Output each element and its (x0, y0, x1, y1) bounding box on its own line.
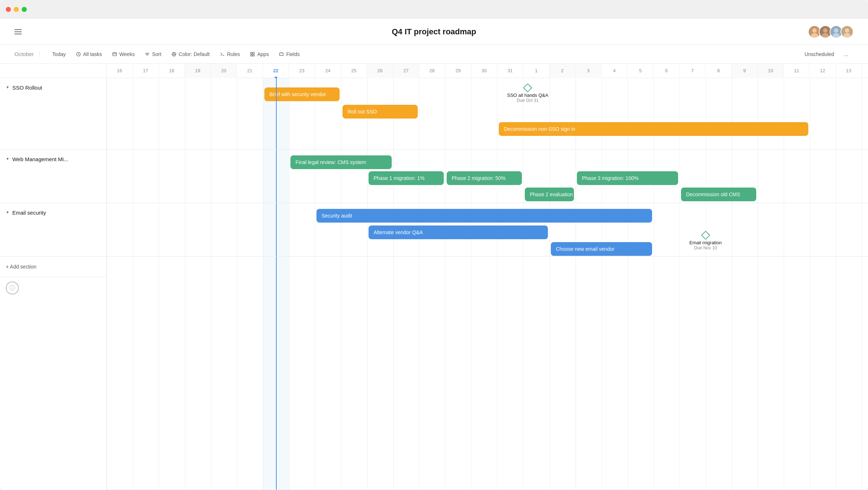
grid-line (133, 78, 133, 149)
menu-button[interactable] (14, 29, 22, 34)
apps-button[interactable]: Apps (245, 49, 274, 59)
grid-line (706, 78, 706, 149)
today-line (276, 257, 277, 490)
milestone-sso-allhands[interactable]: SSO all hands Q&A Due Oct 31 (507, 85, 548, 103)
grid-line (315, 203, 315, 256)
grid-line (758, 203, 758, 256)
task-bar[interactable]: Choose new email vendor (551, 242, 652, 256)
page-title: Q4 IT project roadmap (392, 27, 476, 36)
sort-button[interactable]: Sort (140, 49, 166, 59)
more-button[interactable]: ... (839, 49, 854, 59)
grid-line (549, 78, 550, 149)
all-tasks-button[interactable]: All tasks (71, 49, 107, 59)
task-bar[interactable]: Decommission non-SSO sign in (499, 122, 808, 136)
grid-line (445, 78, 446, 149)
grid-line (315, 257, 315, 490)
grid-line (107, 78, 107, 149)
maximize-button[interactable] (22, 7, 27, 12)
task-bar[interactable]: Phase 1 migration: 1% (369, 171, 444, 185)
grid-line (601, 78, 602, 149)
grid-line (862, 203, 862, 256)
grid-line (445, 150, 446, 203)
grid-line (237, 257, 237, 490)
gantt-section-emailsec: Security auditAlternate vendor Q&AChoose… (107, 203, 868, 257)
sidebar-item-emailsec[interactable]: ▼ Email security (0, 203, 106, 257)
today-button[interactable]: Today (47, 49, 71, 59)
grid-line (237, 203, 237, 256)
svg-rect-16 (251, 54, 252, 56)
grid-line (810, 150, 810, 203)
grid-line (810, 203, 810, 256)
grid-line (185, 78, 186, 149)
unscheduled-button[interactable]: Unscheduled (800, 49, 839, 59)
collapse-icon[interactable]: ▼ (6, 157, 9, 161)
svg-rect-18 (280, 53, 284, 55)
minimize-button[interactable] (14, 7, 19, 12)
task-bar[interactable]: Roll out SSO (342, 105, 418, 119)
milestone-email-migration[interactable]: Email migration Due Nov 10 (689, 232, 722, 250)
add-section-area: + Add section (0, 257, 106, 277)
grid-line (784, 257, 784, 490)
date-cell: 3 (575, 64, 601, 78)
task-bar[interactable]: Phase 3 migration: 100% (577, 171, 678, 185)
date-cell: 23 (289, 64, 315, 78)
grid-line (627, 78, 628, 149)
date-cell: 27 (393, 64, 419, 78)
grid-line (784, 78, 784, 149)
grid-line (523, 150, 524, 203)
grid-line (211, 150, 212, 203)
task-bar[interactable]: Decommission old CMS (681, 188, 756, 201)
date-cell: 28 (419, 64, 445, 78)
grid-line (836, 150, 836, 203)
grid-line (732, 203, 732, 256)
grid-line (393, 257, 394, 490)
weeks-button[interactable]: Weeks (107, 49, 140, 59)
today-line (276, 150, 277, 203)
add-section-button[interactable]: + Add section (6, 264, 36, 270)
sidebar-item-sso[interactable]: ▼ SSO Rollout (0, 78, 106, 150)
task-bar[interactable]: Phase 2 migration: 50% (447, 171, 522, 185)
collapse-icon[interactable]: ▼ (6, 210, 9, 214)
grid-line (419, 257, 420, 490)
grid-line (575, 78, 576, 149)
fields-button[interactable]: Fields (274, 49, 305, 59)
grid-line (836, 78, 836, 149)
date-cell: 18 (159, 64, 185, 78)
grid-line (471, 257, 472, 490)
collapse-icon[interactable]: ▼ (6, 85, 9, 89)
task-bar[interactable]: Alternate vendor Q&A (369, 225, 548, 239)
sidebar-item-webmgmt[interactable]: ▼ Web Management Mi... (0, 150, 106, 203)
task-bar[interactable]: Security audit (316, 209, 652, 223)
grid-line (107, 257, 107, 490)
grid-line (497, 78, 498, 149)
task-bar[interactable]: Phase 2 evaluation (525, 188, 574, 201)
date-cell: 8 (706, 64, 732, 78)
grid-line (862, 257, 862, 490)
color-button[interactable]: Color: Default (166, 49, 215, 59)
date-cell: 2 (549, 64, 575, 78)
svg-point-1 (812, 28, 817, 33)
grid-line (810, 78, 810, 149)
date-cell: 10 (758, 64, 784, 78)
milestone-label: SSO all hands Q&A (507, 93, 548, 98)
rules-button[interactable]: Rules (215, 49, 245, 59)
grid-line (211, 78, 212, 149)
milestone-diamond-icon (523, 83, 532, 92)
grid-line (627, 257, 628, 490)
svg-point-4 (823, 28, 827, 33)
grid-line (185, 203, 186, 256)
grid-line (758, 257, 758, 490)
close-button[interactable] (6, 7, 11, 12)
grid-line (575, 150, 576, 203)
grid-line (133, 257, 133, 490)
svg-point-11 (843, 33, 851, 38)
grid-line (862, 150, 862, 203)
date-cell: 6 (654, 64, 680, 78)
info-button[interactable]: ⓘ (6, 281, 19, 295)
grid-line (367, 257, 368, 490)
avatar[interactable] (841, 25, 854, 38)
grid-line (185, 150, 186, 203)
task-bar[interactable]: Final legal review: CMS system (290, 155, 392, 169)
milestone-due: Due Nov 10 (694, 245, 717, 250)
grid-line (680, 150, 680, 203)
